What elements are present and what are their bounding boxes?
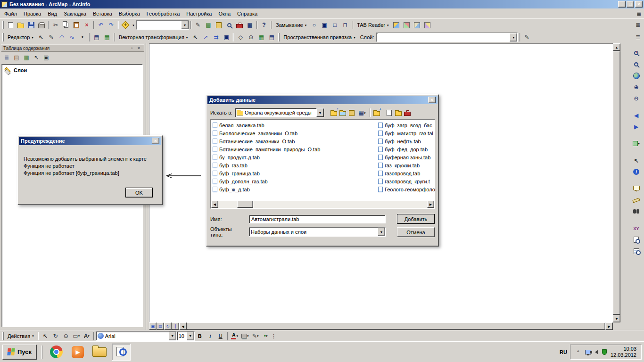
menu-view[interactable]: Вид [44,9,60,18]
language-indicator[interactable]: RU [560,349,567,355]
menu-customize[interactable]: Настройка [183,9,215,18]
edit-tool-button[interactable]: ↖ [36,32,46,42]
layer-combo-input[interactable] [378,33,510,41]
italic-button[interactable]: I [205,331,215,341]
minimize-button[interactable]: _ [618,1,626,8]
dialog-toolbox-button[interactable] [403,108,412,117]
menubar-options-button[interactable]: ≣ [634,8,644,19]
toc-header[interactable]: Таблица содержания ▫ × [1,44,144,52]
font-dropdown[interactable]: ▼ [169,332,176,340]
toc-list-by-visibility-button[interactable]: ▦ [22,53,31,62]
fixed-zoom-in-button[interactable]: ⊕ [631,82,642,92]
add-data-dialog-titlebar[interactable]: Добавить данные × [207,96,438,104]
zoom-out-button[interactable]: − [631,59,642,69]
connect-folder-button[interactable]: + [372,108,381,117]
file-item[interactable]: буф_загр_возд_бас [378,121,435,129]
adjustment-properties-button[interactable]: ▤ [266,32,277,42]
save-button[interactable] [26,20,36,30]
redo-button[interactable]: ↷ [106,20,116,30]
toc-options-button[interactable]: ▣ [42,53,50,62]
map-scale-dropdown[interactable]: ▼ [181,21,189,29]
file-item[interactable]: Геолого-геоморфоло [378,185,435,193]
vector-transform-menu-button[interactable]: Векторная трансформация ▾ [116,34,190,41]
georeferencing-tool-button[interactable]: ✎ [521,32,532,42]
add-button[interactable]: Добавить [397,214,435,224]
views-menu-button[interactable]: ▦▾ [356,108,368,117]
select-elements-button[interactable]: ↖ [631,156,642,165]
tab-reader-export-button[interactable] [412,20,422,30]
drawbar-options-button[interactable]: ⋮ [271,331,277,341]
cancel-button[interactable]: Отмена [397,227,435,237]
toc-pin-button[interactable]: ▫ [129,45,135,51]
font-size-dropdown[interactable]: ▼ [187,332,194,340]
file-item[interactable]: буф_фед_дор.tab [378,145,435,153]
pause-drawing-button[interactable]: ∥ [172,322,179,330]
file-explorer-launcher[interactable] [90,344,109,361]
file-item[interactable]: буф_нефть.tab [378,137,435,145]
file-item[interactable]: газопровод.tab [378,169,435,177]
select-features-button[interactable]: ▾ [631,139,642,148]
list-scroll-right-button[interactable]: ▶ [427,201,434,208]
undo-button[interactable]: ↶ [96,20,106,30]
map-scale-combo[interactable]: ▼ [136,20,189,30]
tab-reader-import-button[interactable] [402,20,412,30]
file-list[interactable]: белая_заливка.tab Биологические_заказник… [210,119,435,209]
warning-dialog-titlebar[interactable]: Предупреждение × [19,137,161,145]
georeferencing-layer-combo[interactable]: ▼ [376,33,518,42]
file-item[interactable]: газопровод_круги.t [378,177,435,185]
adjustment-grid-button[interactable]: ▣ [221,32,231,42]
map-vertical-scrollbar[interactable]: ▲ ▼ [613,43,620,322]
scroll-up-button[interactable]: ▲ [613,43,620,51]
file-item[interactable]: белая_заливка.tab [213,121,373,129]
toolbar-grip[interactable] [2,33,4,41]
file-item[interactable]: буф_ж_д.tab [213,185,373,193]
add-data-dropdown[interactable]: ▾ [131,20,136,30]
arcmap-task-button[interactable] [112,344,131,361]
map-scale-input[interactable] [138,21,181,29]
arc-tool-button[interactable]: ◠ [57,32,67,42]
editor-menu-button[interactable]: Редактор ▾ [5,34,36,41]
link-table-button[interactable]: ⊙ [246,32,256,42]
toc-layers-root[interactable]: Слои [4,67,140,74]
refresh-view-button[interactable]: ↻ [164,322,172,330]
add-data-button[interactable]: + [120,20,131,30]
tray-expand-button[interactable]: ^ [575,349,581,355]
fill-color-button[interactable]: ▾ [240,331,250,341]
go-back-extent-button[interactable]: ◀ [631,110,642,120]
snapping-menu-button[interactable]: Замыкание ▾ [273,22,309,28]
open-button[interactable] [16,20,26,30]
toc-close-button[interactable]: × [136,45,142,51]
arctoolbox-button[interactable] [234,20,245,30]
file-item[interactable]: буферная зоны.tab [378,153,435,161]
whats-this-help-button[interactable]: ? [259,20,269,30]
preview-window-button[interactable]: ▦ [256,32,266,42]
file-item[interactable]: Биологические_заказники_О.tab [213,129,373,137]
toolbar-grip[interactable] [352,21,353,29]
font-color-button[interactable]: A ▾ [230,331,240,341]
toc-list-by-selection-button[interactable]: ↖ [32,53,41,62]
list-scroll-track[interactable] [253,201,427,208]
toolbar-options-button[interactable]: ≣ [633,20,643,30]
snap-end-button[interactable]: ⊓ [340,20,350,30]
text-tool-button[interactable]: A▾ [82,331,92,341]
layer-combo-dropdown[interactable]: ▼ [510,33,517,41]
chrome-launcher[interactable] [47,344,66,361]
print-button[interactable] [36,20,47,30]
start-button[interactable]: Пуск [2,345,37,360]
vertical-scroll-thumb[interactable] [613,51,620,315]
menu-geoprocessing[interactable]: Геообработка [143,9,183,18]
add-data-close-button[interactable]: × [428,97,436,103]
warning-close-button[interactable]: × [152,138,159,144]
font-combo[interactable]: Arial ▼ [96,331,177,341]
toolbar-grip[interactable] [2,332,4,340]
file-item[interactable]: бу_продукт-д.tab [213,153,373,161]
full-extent-button[interactable] [631,71,642,81]
look-in-combo[interactable]: Охрана окружающей среды ▼ [235,108,324,117]
quicklaunch-grip[interactable] [41,346,42,359]
copy-button[interactable] [61,20,71,30]
toolbar-grip[interactable] [2,21,4,29]
volume-tray-icon[interactable] [595,350,598,354]
bold-button[interactable]: B [195,331,205,341]
show-of-type-combo[interactable]: Наборы данных и слои ▼ [249,227,386,237]
search-window-button[interactable] [224,20,234,30]
